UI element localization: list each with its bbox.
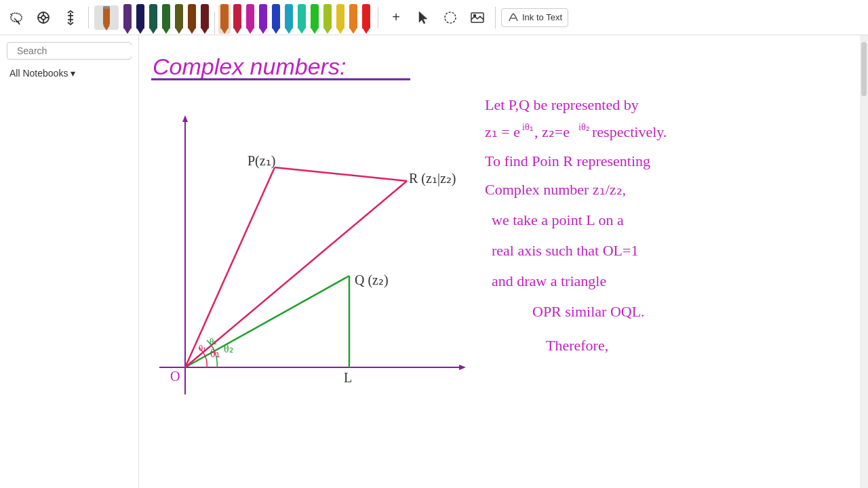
label-r: R (z₁|z₂) [409, 171, 456, 186]
toolbar-separator-2 [378, 7, 378, 28]
svg-marker-12 [103, 25, 110, 30]
add-pen-button[interactable]: + [384, 5, 408, 30]
toolbar-separator-3 [495, 7, 496, 28]
label-theta1-small: θ₁ [199, 343, 206, 353]
toolbar: + Ink to Text [0, 0, 868, 35]
text-line-2c: respectively. [592, 123, 667, 140]
y-axis-arrow [182, 115, 188, 122]
ink-to-text-label: Ink to Text [522, 12, 562, 22]
search-input[interactable] [17, 45, 136, 56]
pen-orange[interactable] [347, 4, 359, 34]
line-op [185, 167, 275, 367]
text-line-8: OPR similar OQL. [532, 303, 645, 320]
pen-red[interactable] [360, 4, 372, 34]
pen-dark-navy[interactable] [134, 4, 146, 34]
pen-yellow-green[interactable] [321, 4, 334, 34]
markers-separator [214, 12, 215, 34]
pen-purple[interactable] [257, 4, 269, 34]
label-q: Q (z₂) [355, 272, 389, 288]
svg-point-16 [474, 14, 476, 16]
text-line-2: z₁ = e [485, 123, 520, 140]
scrollbar-thumb[interactable] [861, 42, 867, 96]
canvas-area: Complex numbers: Let P,Q be represented … [139, 35, 868, 488]
text-line-3: To find Poin R representing [485, 152, 650, 169]
pen-crimson[interactable] [231, 4, 243, 34]
label-theta2-small: θ₂ [210, 336, 217, 346]
pen-dark-green[interactable] [160, 4, 172, 34]
text-line-4: Complex number z₁/z₂, [485, 181, 626, 198]
text-line-7: and draw a triangle [492, 272, 606, 289]
line-pr [275, 167, 407, 181]
search-box: × [7, 42, 132, 60]
notebooks-label: All Notebooks [9, 68, 68, 79]
main-canvas-svg: Complex numbers: Let P,Q be represented … [139, 35, 860, 488]
circle-select-button[interactable] [438, 5, 462, 30]
eraser-tool-button[interactable] [31, 5, 56, 30]
selected-pen-button[interactable] [94, 5, 119, 30]
pen-dark-orange[interactable] [186, 4, 198, 34]
pen-dark-teal[interactable] [147, 4, 159, 34]
text-line-1: Let P,Q be represented by [485, 96, 639, 113]
ink-to-text-button[interactable]: Ink to Text [501, 8, 568, 27]
sidebar: × All Notebooks ▾ [0, 35, 139, 488]
pen-teal[interactable] [296, 4, 308, 34]
text-line-5: we take a point L on a [492, 211, 624, 228]
pen-yellow[interactable] [334, 4, 347, 34]
svg-line-1 [18, 22, 20, 24]
toolbar-separator-1 [88, 7, 89, 28]
svg-rect-13 [103, 6, 110, 9]
svg-point-14 [445, 12, 456, 23]
page-title-text: Complex numbers: [153, 54, 346, 79]
label-theta2: θ₂ [224, 343, 233, 354]
x-axis-arrow [459, 365, 466, 370]
ruler-tool-button[interactable] [58, 5, 83, 30]
pen-dark-purple[interactable] [121, 4, 134, 34]
scrollbar [860, 35, 868, 488]
text-line-2-sup2: iθ₂ [578, 122, 590, 132]
label-p: P(z₁) [248, 153, 275, 169]
text-line-6: real axis such that OL=1 [492, 242, 638, 259]
lasso-tool-button[interactable] [4, 5, 28, 30]
pen-cyan[interactable] [283, 4, 295, 34]
pen-green[interactable] [309, 4, 321, 34]
insert-image-button[interactable] [465, 5, 490, 30]
pen-dark-red[interactable] [199, 4, 211, 34]
notebooks-dropdown[interactable]: All Notebooks ▾ [7, 66, 132, 80]
svg-rect-11 [103, 6, 110, 25]
origin-label: O [170, 369, 180, 384]
dropdown-arrow-icon: ▾ [71, 68, 75, 79]
svg-point-3 [41, 16, 45, 20]
pen-markers-strip [121, 1, 372, 34]
label-l: L [344, 370, 352, 385]
pen-dark-olive[interactable] [173, 4, 185, 34]
pen-blue[interactable] [270, 4, 282, 34]
pointer-tool-button[interactable] [411, 5, 435, 30]
label-theta1: θ₁ [210, 348, 220, 359]
plus-icon: + [392, 9, 400, 25]
text-line-2b: , z₂=e [534, 123, 570, 140]
pen-brown[interactable] [218, 4, 231, 34]
text-line-2-sup1: iθ₁ [522, 122, 534, 132]
pen-magenta[interactable] [244, 4, 256, 34]
text-line-9: Therefore, [546, 337, 608, 354]
